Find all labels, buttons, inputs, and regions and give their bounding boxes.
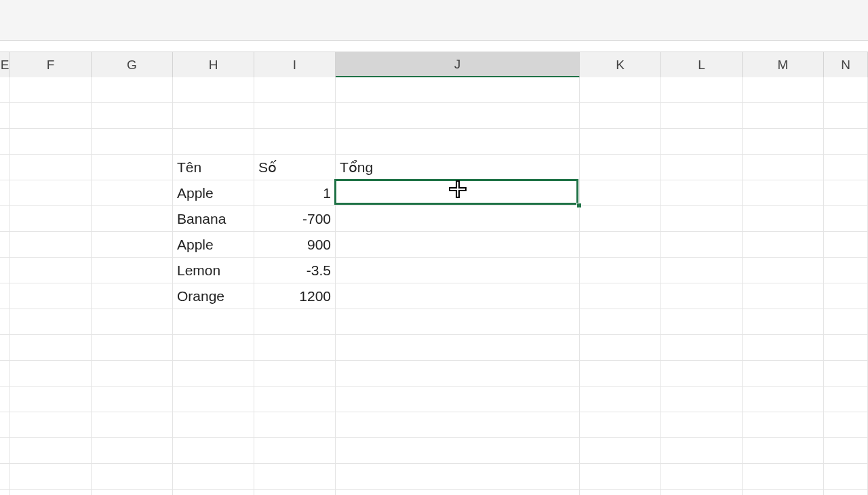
- cell-J-3[interactable]: [336, 129, 580, 155]
- cell-E-15[interactable]: [0, 438, 10, 464]
- cell-G-1[interactable]: [92, 77, 173, 103]
- cell-E-2[interactable]: [0, 103, 10, 129]
- cell-grid[interactable]: TênSốTổngApple1Banana-700Apple900Lemon-3…: [0, 77, 868, 495]
- cell-J-6[interactable]: [336, 206, 580, 232]
- cell-I-12[interactable]: [254, 361, 336, 387]
- cell-K-14[interactable]: [580, 412, 661, 438]
- cell-E-9[interactable]: [0, 283, 10, 309]
- cell-M-11[interactable]: [743, 335, 824, 361]
- cell-E-6[interactable]: [0, 206, 10, 232]
- cell-F-17[interactable]: [10, 490, 92, 495]
- column-header-M[interactable]: M: [743, 52, 824, 78]
- cell-G-10[interactable]: [92, 309, 173, 335]
- cell-K-12[interactable]: [580, 361, 661, 387]
- data-name-3[interactable]: Lemon: [173, 258, 254, 283]
- cell-I-10[interactable]: [254, 309, 336, 335]
- cell-G-5[interactable]: [92, 180, 173, 206]
- cell-N-16[interactable]: [824, 464, 868, 490]
- cell-L-3[interactable]: [661, 129, 743, 155]
- cell-N-11[interactable]: [824, 335, 868, 361]
- worksheet[interactable]: EFGHIJKLMN TênSốTổngApple1Banana-700Appl…: [0, 41, 868, 495]
- cell-F-13[interactable]: [10, 387, 92, 412]
- data-number-0[interactable]: 1: [254, 180, 336, 206]
- cell-H-15[interactable]: [173, 438, 254, 464]
- cell-H-10[interactable]: [173, 309, 254, 335]
- cell-J-15[interactable]: [336, 438, 580, 464]
- cell-L-12[interactable]: [661, 361, 743, 387]
- cell-K-6[interactable]: [580, 206, 661, 232]
- cell-I-16[interactable]: [254, 464, 336, 490]
- cell-K-5[interactable]: [580, 180, 661, 206]
- cell-N-10[interactable]: [824, 309, 868, 335]
- data-name-0[interactable]: Apple: [173, 180, 254, 206]
- cell-M-7[interactable]: [743, 232, 824, 258]
- cell-E-5[interactable]: [0, 180, 10, 206]
- cell-J-5[interactable]: [336, 180, 580, 206]
- cell-L-15[interactable]: [661, 438, 743, 464]
- cell-F-14[interactable]: [10, 412, 92, 438]
- cell-E-13[interactable]: [0, 387, 10, 412]
- cell-J-7[interactable]: [336, 232, 580, 258]
- column-header-N[interactable]: N: [824, 52, 868, 78]
- cell-J-1[interactable]: [336, 77, 580, 103]
- cell-M-13[interactable]: [743, 387, 824, 412]
- cell-J-17[interactable]: [336, 490, 580, 495]
- cell-F-15[interactable]: [10, 438, 92, 464]
- cell-H-11[interactable]: [173, 335, 254, 361]
- cell-K-3[interactable]: [580, 129, 661, 155]
- cell-M-4[interactable]: [743, 155, 824, 180]
- cell-N-1[interactable]: [824, 77, 868, 103]
- cell-F-2[interactable]: [10, 103, 92, 129]
- cell-I-2[interactable]: [254, 103, 336, 129]
- cell-H-13[interactable]: [173, 387, 254, 412]
- cell-L-2[interactable]: [661, 103, 743, 129]
- column-header-G[interactable]: G: [92, 52, 173, 78]
- cell-M-15[interactable]: [743, 438, 824, 464]
- header-name[interactable]: Tên: [173, 155, 254, 180]
- cell-E-7[interactable]: [0, 232, 10, 258]
- cell-N-8[interactable]: [824, 258, 868, 283]
- cell-L-16[interactable]: [661, 464, 743, 490]
- cell-K-17[interactable]: [580, 490, 661, 495]
- column-header-H[interactable]: H: [173, 52, 254, 78]
- cell-L-13[interactable]: [661, 387, 743, 412]
- cell-E-1[interactable]: [0, 77, 10, 103]
- cell-M-2[interactable]: [743, 103, 824, 129]
- cell-E-16[interactable]: [0, 464, 10, 490]
- cell-G-4[interactable]: [92, 155, 173, 180]
- cell-G-17[interactable]: [92, 490, 173, 495]
- cell-F-8[interactable]: [10, 258, 92, 283]
- cell-F-3[interactable]: [10, 129, 92, 155]
- cell-J-10[interactable]: [336, 309, 580, 335]
- cell-K-2[interactable]: [580, 103, 661, 129]
- cell-F-9[interactable]: [10, 283, 92, 309]
- header-number[interactable]: Số: [254, 155, 336, 180]
- cell-M-17[interactable]: [743, 490, 824, 495]
- cell-F-7[interactable]: [10, 232, 92, 258]
- cell-N-5[interactable]: [824, 180, 868, 206]
- cell-I-3[interactable]: [254, 129, 336, 155]
- cell-F-16[interactable]: [10, 464, 92, 490]
- column-header-I[interactable]: I: [254, 52, 336, 78]
- cell-N-2[interactable]: [824, 103, 868, 129]
- cell-G-14[interactable]: [92, 412, 173, 438]
- cell-M-8[interactable]: [743, 258, 824, 283]
- cell-J-9[interactable]: [336, 283, 580, 309]
- cell-N-14[interactable]: [824, 412, 868, 438]
- cell-G-7[interactable]: [92, 232, 173, 258]
- cell-E-3[interactable]: [0, 129, 10, 155]
- data-name-1[interactable]: Banana: [173, 206, 254, 232]
- cell-I-11[interactable]: [254, 335, 336, 361]
- cell-J-12[interactable]: [336, 361, 580, 387]
- cell-K-4[interactable]: [580, 155, 661, 180]
- data-name-2[interactable]: Apple: [173, 232, 254, 258]
- cell-F-1[interactable]: [10, 77, 92, 103]
- cell-J-13[interactable]: [336, 387, 580, 412]
- cell-M-9[interactable]: [743, 283, 824, 309]
- cell-J-14[interactable]: [336, 412, 580, 438]
- cell-N-9[interactable]: [824, 283, 868, 309]
- cell-H-3[interactable]: [173, 129, 254, 155]
- cell-G-6[interactable]: [92, 206, 173, 232]
- cell-N-17[interactable]: [824, 490, 868, 495]
- cell-N-12[interactable]: [824, 361, 868, 387]
